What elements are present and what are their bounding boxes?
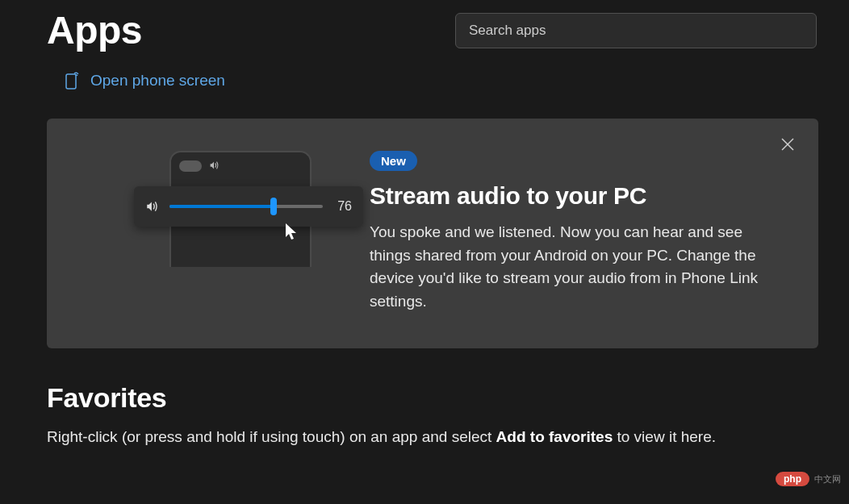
- close-icon: [780, 136, 796, 152]
- open-phone-screen-link[interactable]: Open phone screen: [65, 72, 225, 90]
- volume-icon: [145, 199, 160, 214]
- volume-slider: [169, 205, 323, 208]
- new-badge: New: [370, 151, 417, 171]
- speaker-icon: [208, 160, 220, 171]
- phone-notch: [179, 160, 202, 172]
- open-phone-screen-label: Open phone screen: [90, 72, 225, 90]
- volume-slider-thumb: [270, 198, 277, 215]
- favorites-hint-prefix: Right-click (or press and hold if using …: [47, 428, 496, 445]
- page-title: Apps: [47, 8, 142, 52]
- banner-content: New Stream audio to your PC You spoke an…: [370, 151, 778, 313]
- favorites-hint: Right-click (or press and hold if using …: [47, 427, 818, 448]
- favorites-title: Favorites: [47, 382, 818, 414]
- banner-close-button[interactable]: [780, 136, 796, 152]
- search-input[interactable]: [455, 13, 817, 48]
- cursor-icon: [286, 223, 299, 241]
- favorites-hint-suffix: to view it here.: [613, 428, 716, 445]
- favorites-section: Favorites Right-click (or press and hold…: [47, 382, 818, 448]
- feature-banner: 76 New Stream audio to your PC You spoke…: [47, 119, 818, 348]
- svg-rect-0: [66, 74, 76, 89]
- banner-title: Stream audio to your PC: [370, 182, 778, 210]
- banner-description: You spoke and we listened. Now you can h…: [370, 221, 778, 313]
- volume-slider-fill: [169, 205, 274, 208]
- phone-icon: [65, 72, 79, 90]
- volume-panel: 76: [134, 186, 363, 227]
- watermark-text: 中文网: [814, 473, 841, 485]
- favorites-hint-bold: Add to favorites: [496, 428, 613, 445]
- watermark-badge: php: [776, 472, 809, 486]
- banner-illustration: 76: [87, 151, 329, 313]
- volume-value: 76: [332, 199, 352, 214]
- watermark: php 中文网: [776, 472, 841, 486]
